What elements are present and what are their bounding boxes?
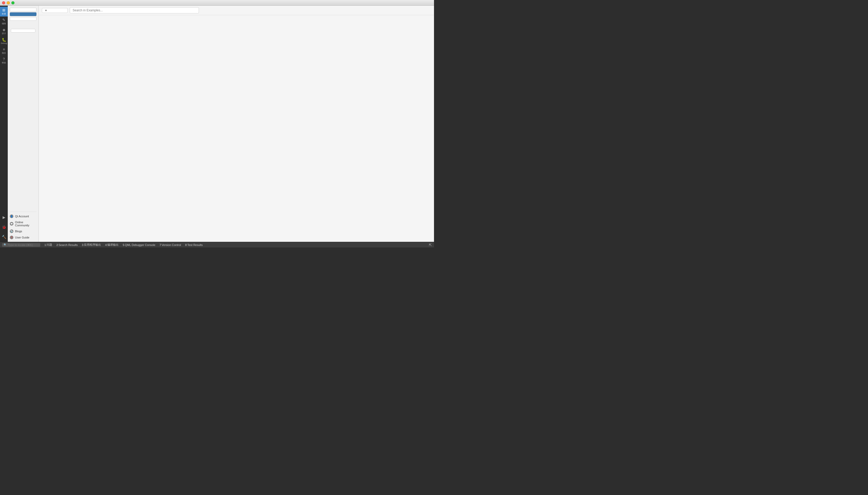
design-label: 设计 [2,32,6,35]
statusbar-expand-icon[interactable]: ⇱ [429,243,432,247]
statusbar-search-results[interactable]: 2 Search Results [56,243,78,246]
filter-dropdown[interactable]: ▼ [42,8,68,13]
statusbar-app-output[interactable]: 3 应用程序输出 [82,243,101,247]
debug-label: Debug [1,42,7,45]
minimize-button[interactable] [7,1,10,4]
statusbar-compile-output[interactable]: 4 编译输出 [105,243,118,247]
close-button[interactable] [2,1,5,4]
design-icon: ◈ [3,28,5,32]
icon-sidebar: ⊞ 欢迎 ✎ 编辑 ◈ 设计 🐛 Debug ≡ 项目 ? 帮助 ▶ � [0,6,8,242]
statusbar-test-results[interactable]: 8 Test Results [185,243,203,246]
sidebar-item-help[interactable]: ? 帮助 [0,56,8,66]
sidebar-item-edit[interactable]: ✎ 编辑 [0,17,8,26]
online-community-icon: 💬 [10,222,13,225]
welcome-icon: ⊞ [2,8,5,12]
search-icon: 🔍 [4,243,7,246]
user-guide-label: User Guide [15,236,30,239]
projects-icon: ≡ [3,47,5,51]
tutorials-nav-button[interactable] [10,17,36,21]
maximize-button[interactable] [11,1,15,4]
blogs-link[interactable]: 📡 Blogs [10,229,36,234]
blogs-icon: 📡 [10,229,13,233]
debug-icon: 🐛 [2,38,6,42]
qt-account-icon: 👤 [10,215,13,218]
statusbar-problems[interactable]: 1 问题 [45,243,52,247]
examples-nav-button[interactable] [10,12,36,16]
content-toolbar: ▼ [39,6,434,15]
examples-grid [39,15,434,242]
search-input-wrap [70,7,199,13]
sidebar-item-design[interactable]: ◈ 设计 [0,26,8,36]
statusbar-qml-debugger[interactable]: 5 QML Debugger Console [123,243,155,246]
edit-icon: ✎ [2,18,5,22]
main-content: ▼ [39,6,434,242]
qt-account-link[interactable]: 👤 Qt Account [10,214,36,219]
chevron-down-icon: ▼ [45,9,47,12]
statusbar-version-control[interactable]: 7 Version Control [159,243,181,246]
nav-bottom-links: 👤 Qt Account 💬 Online Community 📡 Blogs … [10,211,36,240]
qt-account-label: Qt Account [15,215,29,218]
locate-input[interactable] [8,243,39,246]
user-guide-icon: ❓ [10,236,13,239]
debug-run-button[interactable]: 🐞 [0,222,8,232]
titlebar [0,0,434,6]
sidebar-item-projects[interactable]: ≡ 项目 [0,46,8,56]
blogs-label: Blogs [15,230,22,233]
projects-label: 项目 [2,52,6,54]
help-icon: ? [3,57,5,61]
build-button[interactable]: 🔨 [0,232,8,242]
build-icon: 🔨 [2,235,6,239]
statusbar-right: ⇱ [429,243,432,247]
nav-panel: 👤 Qt Account 💬 Online Community 📡 Blogs … [8,6,39,242]
app-container: ⊞ 欢迎 ✎ 编辑 ◈ 设计 🐛 Debug ≡ 项目 ? 帮助 ▶ � [0,6,434,242]
statusbar-search[interactable]: 🔍 [2,243,40,247]
new-to-qt-section [10,25,36,34]
help-label: 帮助 [2,62,6,64]
edit-label: 编辑 [2,22,6,25]
sidebar-item-welcome[interactable]: ⊞ 欢迎 [0,7,8,17]
online-community-link[interactable]: 💬 Online Community [10,220,36,227]
get-started-button[interactable] [11,29,35,33]
debug-run-icon: 🐞 [2,225,6,229]
run-icon: ▶ [3,215,5,219]
projects-nav-button[interactable] [10,8,36,11]
online-community-label: Online Community [15,221,36,227]
welcome-label: 欢迎 [2,12,6,15]
statusbar: 🔍 1 问题 2 Search Results 3 应用程序输出 4 编译输出 … [0,242,434,248]
run-button[interactable]: ▶ [0,212,8,222]
user-guide-link[interactable]: ❓ User Guide [10,235,36,240]
search-input[interactable] [70,7,199,13]
titlebar-buttons [2,1,15,4]
sidebar-item-debug[interactable]: 🐛 Debug [0,36,8,46]
